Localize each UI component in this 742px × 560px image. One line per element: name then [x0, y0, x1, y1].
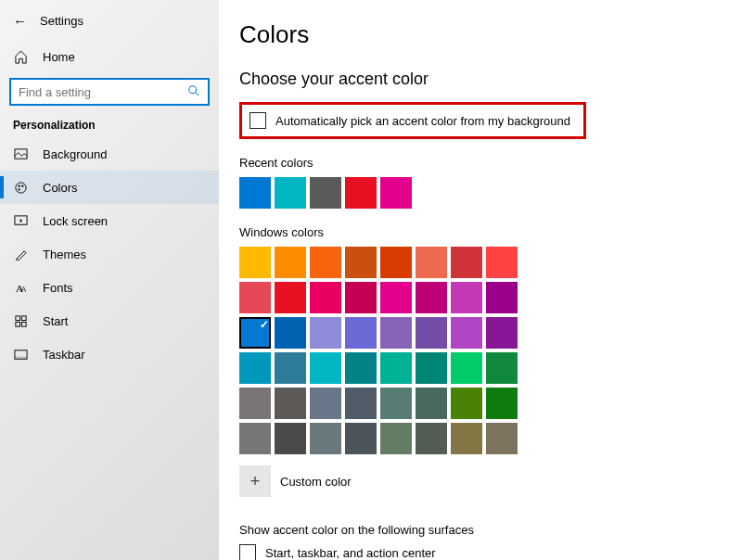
color-swatch[interactable]	[380, 423, 412, 454]
color-swatch[interactable]	[451, 317, 482, 349]
themes-icon	[13, 247, 28, 261]
svg-rect-14	[21, 322, 26, 326]
color-swatch[interactable]	[310, 247, 341, 278]
color-swatch[interactable]	[310, 423, 341, 454]
svg-point-4	[18, 185, 19, 186]
recent-colors-row	[239, 177, 742, 209]
color-swatch[interactable]	[451, 247, 482, 278]
color-swatch[interactable]	[416, 247, 447, 278]
nav-label: Start	[43, 314, 68, 328]
color-swatch[interactable]	[416, 388, 447, 419]
svg-rect-11	[15, 315, 19, 320]
color-swatch[interactable]	[380, 388, 412, 419]
recent-color-swatch[interactable]	[310, 177, 341, 209]
color-swatch[interactable]	[345, 282, 377, 313]
color-swatch[interactable]	[310, 388, 341, 419]
color-swatch[interactable]	[416, 423, 447, 454]
home-label: Home	[43, 50, 75, 64]
color-swatch[interactable]	[239, 423, 271, 454]
sidebar-item-start[interactable]: Start	[0, 304, 219, 337]
color-swatch[interactable]	[486, 388, 518, 419]
lock-screen-icon	[13, 213, 28, 228]
title-bar: ← Settings	[0, 7, 219, 33]
sidebar-item-colors[interactable]: Colors	[0, 171, 219, 204]
color-swatch[interactable]	[486, 352, 518, 384]
background-icon	[13, 146, 28, 161]
color-swatch[interactable]	[486, 282, 518, 313]
svg-text:A: A	[20, 285, 26, 294]
color-swatch[interactable]	[451, 282, 482, 313]
svg-point-5	[21, 185, 23, 186]
svg-point-6	[18, 188, 19, 190]
nav-label: Lock screen	[43, 214, 108, 228]
color-swatch[interactable]	[416, 352, 447, 384]
svg-rect-8	[19, 219, 21, 222]
color-swatch[interactable]	[451, 423, 482, 454]
color-swatch[interactable]	[345, 247, 377, 278]
color-swatch[interactable]	[239, 388, 271, 419]
color-swatch[interactable]	[275, 352, 306, 384]
color-swatch[interactable]	[239, 352, 271, 384]
home-icon	[13, 49, 28, 64]
color-swatch[interactable]	[275, 388, 306, 419]
auto-pick-checkbox[interactable]	[249, 112, 266, 129]
color-swatch[interactable]	[239, 282, 271, 313]
colors-icon	[13, 180, 28, 195]
color-swatch[interactable]	[310, 282, 341, 313]
custom-color-button[interactable]: +	[239, 465, 271, 497]
color-swatch[interactable]	[275, 247, 306, 278]
color-swatch[interactable]	[380, 247, 412, 278]
color-swatch[interactable]	[380, 352, 412, 384]
sidebar-item-taskbar[interactable]: Taskbar	[0, 337, 219, 371]
accent-section-title: Choose your accent color	[239, 70, 742, 89]
color-swatch[interactable]	[380, 317, 412, 349]
recent-color-swatch[interactable]	[380, 177, 412, 209]
color-swatch[interactable]	[275, 423, 306, 454]
nav-label: Themes	[43, 248, 86, 261]
color-swatch[interactable]	[345, 423, 377, 454]
color-swatch[interactable]	[451, 388, 482, 419]
search-input[interactable]	[9, 78, 210, 106]
color-swatch[interactable]	[486, 247, 518, 278]
auto-pick-label: Automatically pick an accent color from …	[275, 114, 570, 128]
main-panel: Colors Choose your accent color Automati…	[219, 0, 742, 560]
recent-colors-label: Recent colors	[239, 156, 742, 170]
color-swatch[interactable]	[451, 352, 482, 384]
color-swatch[interactable]	[416, 317, 447, 349]
app-title: Settings	[40, 14, 83, 28]
color-swatch[interactable]	[275, 317, 306, 349]
home-button[interactable]: Home	[0, 43, 219, 70]
recent-color-swatch[interactable]	[345, 177, 377, 209]
color-swatch[interactable]	[345, 317, 377, 349]
windows-colors-grid	[239, 247, 742, 454]
sidebar-item-lock-screen[interactable]: Lock screen	[0, 204, 219, 237]
recent-color-swatch[interactable]	[275, 177, 306, 209]
color-swatch[interactable]	[310, 317, 341, 349]
nav-label: Background	[43, 147, 107, 161]
color-swatch[interactable]	[345, 352, 377, 384]
start-icon	[13, 313, 28, 328]
svg-point-0	[189, 85, 197, 93]
windows-colors-label: Windows colors	[239, 225, 742, 239]
svg-point-3	[15, 182, 25, 192]
surface-checkbox[interactable]	[239, 544, 256, 560]
custom-color-label: Custom color	[280, 475, 352, 489]
color-swatch[interactable]	[239, 247, 271, 278]
sidebar-item-themes[interactable]: Themes	[0, 237, 219, 271]
recent-color-swatch[interactable]	[239, 177, 271, 209]
color-swatch[interactable]	[345, 388, 377, 419]
nav-label: Fonts	[43, 281, 73, 295]
category-title: Personalization	[0, 106, 219, 137]
search-field[interactable]	[19, 85, 187, 99]
search-icon	[187, 84, 200, 100]
color-swatch[interactable]	[275, 282, 306, 313]
color-swatch[interactable]	[310, 352, 341, 384]
color-swatch[interactable]	[416, 282, 447, 313]
color-swatch[interactable]	[486, 317, 518, 349]
color-swatch[interactable]	[486, 423, 518, 454]
back-button[interactable]: ←	[13, 13, 27, 29]
sidebar-item-background[interactable]: Background	[0, 137, 219, 171]
color-swatch[interactable]	[239, 317, 271, 349]
sidebar-item-fonts[interactable]: AAFonts	[0, 271, 219, 304]
color-swatch[interactable]	[380, 282, 412, 313]
